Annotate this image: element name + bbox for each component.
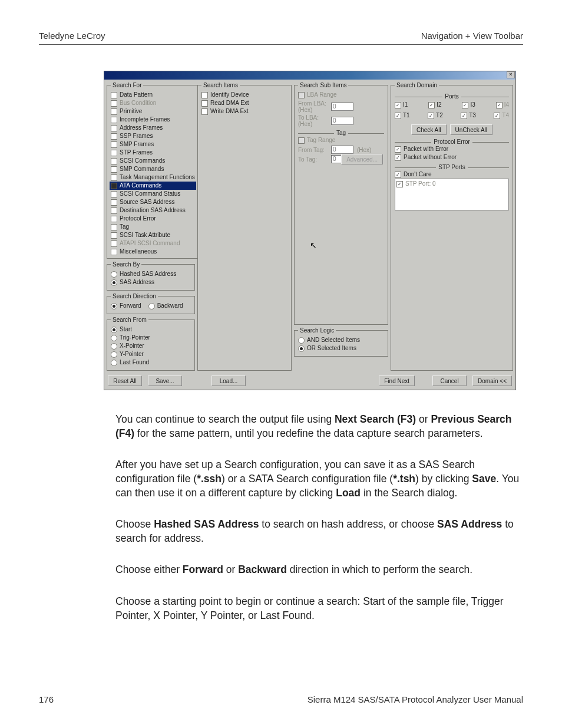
dir-forward[interactable]: Forward: [111, 302, 141, 310]
cursor-icon: ↖: [310, 241, 317, 250]
cancel-button[interactable]: Cancel: [432, 375, 467, 386]
check-all-button[interactable]: Check All: [411, 124, 447, 135]
sf-item[interactable]: Incomplete Frames: [111, 116, 195, 124]
from-lba-input[interactable]: 0: [331, 103, 353, 111]
sf-item[interactable]: Protocol Error: [111, 215, 195, 223]
lba-range-check[interactable]: LBA Range: [298, 91, 384, 99]
search-from-group: Search From Start Trig-Pointer X-Pointer…: [107, 317, 195, 371]
search-sub-items-group: Search Sub Items LBA Range From LBA: (He…: [294, 82, 388, 325]
si-item[interactable]: Read DMA Ext: [201, 99, 287, 107]
sf-item[interactable]: Source SAS Address: [111, 198, 195, 206]
logic-and[interactable]: AND Selected Items: [298, 336, 384, 344]
dialog-buttons: Reset All Save... Load... Find Next Canc…: [104, 373, 515, 390]
search-logic-legend: Search Logic: [298, 327, 336, 334]
to-lba-input[interactable]: 0: [331, 117, 353, 125]
search-by-legend: Search By: [111, 261, 141, 268]
search-by-sas[interactable]: SAS Address: [111, 278, 191, 286]
tag-range-check[interactable]: Tag Range: [298, 136, 384, 144]
sf-item[interactable]: Primitive: [111, 107, 195, 116]
port-i2[interactable]: ✓I2: [428, 101, 441, 109]
titlebar: ×: [104, 71, 515, 80]
sf-item[interactable]: Tag: [111, 223, 195, 231]
header-left: Teledyne LeCroy: [39, 31, 105, 41]
from-start[interactable]: Start: [111, 325, 191, 334]
paragraph: After you have set up a Search configura…: [115, 458, 523, 500]
paragraph: Choose Hashed SAS Address to search on h…: [115, 518, 523, 545]
page-header: Teledyne LeCroy Navigation + View Toolba…: [39, 31, 523, 45]
paragraph: Choose a starting point to begin or cont…: [115, 595, 523, 622]
sf-item[interactable]: SCSI Command Status: [111, 190, 195, 198]
sf-item[interactable]: STP Frames: [111, 149, 195, 157]
sf-item-selected[interactable]: ATA Commands: [110, 182, 196, 190]
from-y[interactable]: Y-Pointer: [111, 350, 191, 358]
sf-item[interactable]: Data Pattern: [111, 91, 195, 99]
sf-item[interactable]: Miscellaneous: [111, 248, 195, 256]
sf-item[interactable]: SMP Commands: [111, 165, 195, 173]
sf-item[interactable]: Bus Condition: [111, 99, 195, 107]
sf-item[interactable]: SMP Frames: [111, 140, 195, 149]
manual-title: Sierra M124 SAS/SATA Protocol Analyzer U…: [308, 694, 523, 704]
logic-or[interactable]: OR Selected Items: [298, 344, 384, 353]
tag-legend: Tag: [334, 130, 348, 136]
sf-item[interactable]: ATAPI SCSI Command: [111, 239, 195, 248]
from-last[interactable]: Last Found: [111, 358, 191, 367]
paragraph: Choose either Forward or Backward direct…: [115, 563, 523, 577]
dir-backward[interactable]: Backward: [148, 302, 183, 310]
port-t1[interactable]: ✓T1: [395, 111, 410, 120]
search-from-legend: Search From: [111, 317, 148, 323]
protocol-error-legend: Protocol Error: [431, 139, 472, 145]
stp-port-list[interactable]: ✓STP Port: 0: [395, 179, 509, 210]
search-items-legend: Search Items: [201, 82, 240, 88]
search-for-legend: Search For: [111, 82, 143, 88]
search-by-hashed[interactable]: Hashed SAS Address: [111, 270, 191, 278]
search-items-group: Search Items Identify Device Read DMA Ex…: [197, 82, 292, 371]
stp-ports-legend: STP Ports: [436, 164, 467, 170]
sf-item[interactable]: Destination SAS Address: [111, 206, 195, 215]
sf-item[interactable]: SCSI Commands: [111, 157, 195, 165]
port-t3[interactable]: ✓T3: [461, 111, 476, 120]
port-t4[interactable]: ✓T4: [494, 111, 509, 120]
sf-item[interactable]: Address Frames: [111, 124, 195, 132]
close-icon[interactable]: ×: [507, 71, 515, 78]
from-x[interactable]: X-Pointer: [111, 342, 191, 350]
advanced-button[interactable]: Advanced...: [341, 154, 383, 164]
sf-item[interactable]: SSP Frames: [111, 132, 195, 140]
from-trig[interactable]: Trig-Pointer: [111, 334, 191, 342]
si-item[interactable]: Write DMA Ext: [201, 107, 287, 116]
port-i3[interactable]: ✓I3: [462, 101, 475, 109]
search-domain-legend: Search Domain: [395, 82, 439, 88]
sf-item[interactable]: Task Management Functions: [111, 173, 195, 182]
packet-with-error[interactable]: ✓Packet with Error: [395, 145, 509, 153]
port-i4[interactable]: ✓I4: [496, 101, 509, 109]
search-by-group: Search By Hashed SAS Address SAS Address: [107, 261, 195, 291]
load-button[interactable]: Load...: [211, 375, 246, 386]
port-t2[interactable]: ✓T2: [428, 111, 443, 120]
port-i1[interactable]: ✓I1: [395, 101, 408, 109]
sf-item[interactable]: SCSI Task Attribute: [111, 231, 195, 239]
body-text: You can continue to search the output fi…: [39, 413, 523, 622]
uncheck-all-button[interactable]: UnCheck All: [450, 124, 492, 135]
paragraph: You can continue to search the output fi…: [115, 413, 523, 440]
search-sub-items-legend: Search Sub Items: [298, 82, 348, 88]
dont-care-check[interactable]: ✓Don't Care: [395, 170, 509, 179]
reset-all-button[interactable]: Reset All: [108, 375, 142, 386]
si-item[interactable]: Identify Device: [201, 91, 287, 99]
packet-without-error[interactable]: ✓Packet without Error: [395, 153, 509, 162]
stp-port-0[interactable]: ✓STP Port: 0: [396, 180, 507, 188]
find-next-button[interactable]: Find Next: [379, 375, 415, 386]
search-for-group: Search For Data Pattern Bus Condition Pr…: [107, 82, 199, 259]
search-dialog: × Search For Data Pattern Bus Condition …: [104, 71, 516, 390]
page-number: 176: [39, 694, 54, 704]
domain-button[interactable]: Domain <<: [472, 375, 512, 386]
search-logic-group: Search Logic AND Selected Items OR Selec…: [294, 327, 388, 357]
ports-legend: Ports: [442, 93, 461, 100]
from-tag-input[interactable]: 0: [331, 146, 353, 154]
search-direction-group: Search Direction Forward Backward: [107, 293, 195, 314]
search-domain-group: Search Domain Ports ✓I1 ✓I2 ✓I3 ✓I4 ✓T1 …: [391, 82, 513, 371]
save-button[interactable]: Save...: [148, 375, 182, 386]
search-direction-legend: Search Direction: [111, 293, 158, 299]
page-footer: 176 Sierra M124 SAS/SATA Protocol Analyz…: [39, 694, 523, 704]
header-right: Navigation + View Toolbar: [421, 31, 523, 41]
